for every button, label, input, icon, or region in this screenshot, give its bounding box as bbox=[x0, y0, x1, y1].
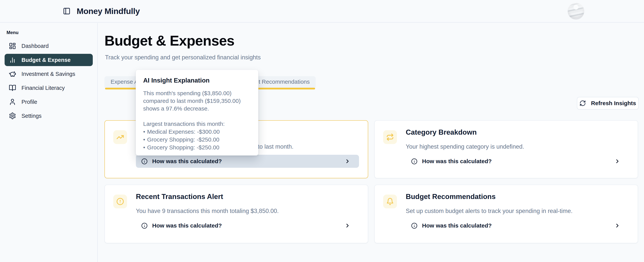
dashboard-icon bbox=[9, 42, 16, 50]
refresh-icon bbox=[580, 100, 586, 106]
trending-up-icon bbox=[113, 130, 127, 144]
how-calculated-label: How was this calculated? bbox=[422, 222, 492, 229]
bullet: • bbox=[143, 136, 145, 143]
user-avatar[interactable] bbox=[568, 3, 584, 19]
user-icon bbox=[9, 98, 16, 106]
how-calculated-button[interactable]: How was this calculated? bbox=[406, 155, 629, 168]
chevron-right-icon bbox=[344, 223, 350, 229]
sidebar-item-label: Settings bbox=[22, 113, 42, 119]
tooltip-transaction-item: •Grocery Shopping: -$250.00 bbox=[143, 136, 252, 143]
panel-left-icon bbox=[63, 7, 70, 15]
sidebar-item-dashboard[interactable]: Dashboard bbox=[4, 40, 93, 52]
sidebar-item-label: Budget & Expense bbox=[22, 57, 70, 63]
how-calculated-label: How was this calculated? bbox=[152, 158, 222, 165]
ai-insight-tooltip: AI Insight Explanation This month's spen… bbox=[136, 70, 258, 156]
book-open-icon bbox=[9, 84, 16, 92]
card-title: Category Breakdown bbox=[406, 128, 477, 136]
info-icon bbox=[141, 223, 148, 229]
sidebar-item-investment-savings[interactable]: Investment & Savings bbox=[4, 68, 93, 80]
transaction-text: Grocery Shopping: -$250.00 bbox=[147, 144, 220, 151]
sidebar-item-label: Investment & Savings bbox=[22, 71, 75, 77]
refresh-insights-button[interactable]: Refresh Insights bbox=[577, 97, 639, 110]
page-subtitle: Track your spending and get personalized… bbox=[105, 54, 261, 61]
refresh-insights-label: Refresh Insights bbox=[591, 100, 636, 106]
card-title: Budget Recommendations bbox=[406, 193, 496, 201]
tooltip-title: AI Insight Explanation bbox=[143, 77, 252, 84]
bullet: • bbox=[143, 144, 145, 151]
how-calculated-button[interactable]: How was this calculated? bbox=[406, 219, 629, 232]
main-content: Budget & Expenses Track your spending an… bbox=[98, 23, 644, 262]
sidebar-item-label: Profile bbox=[22, 99, 37, 105]
card-category-breakdown: Category Breakdown Your highest spending… bbox=[374, 120, 638, 178]
card-budget-recommendations: Budget Recommendations Set up custom bud… bbox=[374, 185, 638, 243]
menu-section-label: Menu bbox=[6, 30, 93, 35]
sidebar-item-label: Dashboard bbox=[22, 43, 49, 49]
tooltip-transaction-item: •Medical Expenses: -$300.00 bbox=[143, 128, 252, 136]
page-title: Budget & Expenses bbox=[104, 32, 234, 49]
tab-recommendations[interactable]: ct Recommendations bbox=[256, 76, 310, 87]
gear-icon bbox=[9, 112, 16, 119]
tooltip-transaction-item: •Grocery Shopping: -$250.00 bbox=[143, 143, 252, 151]
piggy-bank-icon bbox=[9, 70, 16, 78]
transaction-text: Medical Expenses: -$300.00 bbox=[147, 129, 220, 135]
card-subtitle-fragment: to last month. bbox=[258, 143, 294, 150]
card-subtitle: Your highest spending category is undefi… bbox=[406, 143, 524, 150]
tooltip-transactions-header: Largest transactions this month: bbox=[143, 120, 252, 128]
bullet: • bbox=[143, 129, 145, 135]
transaction-text: Grocery Shopping: -$250.00 bbox=[147, 136, 220, 143]
how-calculated-button[interactable]: How was this calculated? bbox=[136, 155, 359, 168]
bar-chart-icon bbox=[9, 56, 16, 64]
how-calculated-button[interactable]: How was this calculated? bbox=[136, 219, 359, 232]
alert-circle-icon bbox=[113, 195, 127, 208]
repeat-icon bbox=[383, 130, 397, 144]
info-icon bbox=[411, 158, 418, 165]
sidebar-item-settings[interactable]: Settings bbox=[4, 110, 93, 122]
sidebar-item-profile[interactable]: Profile bbox=[4, 96, 93, 108]
card-recent-transactions: Recent Transactions Alert You have 9 tra… bbox=[104, 185, 368, 243]
info-icon bbox=[141, 158, 148, 165]
chevron-right-icon bbox=[344, 158, 350, 164]
chevron-right-icon bbox=[614, 158, 620, 164]
sidebar-item-label: Financial Literacy bbox=[22, 85, 65, 91]
sidebar-toggle-button[interactable] bbox=[63, 7, 70, 15]
tooltip-paragraph: This month's spending ($3,850.00) compar… bbox=[143, 89, 254, 112]
info-icon bbox=[411, 223, 418, 229]
card-subtitle: Set up custom budget alerts to track you… bbox=[406, 208, 572, 215]
app-title: Money Mindfully bbox=[77, 6, 140, 16]
how-calculated-label: How was this calculated? bbox=[152, 222, 222, 229]
tab-expense-analysis[interactable]: Expense A bbox=[110, 76, 138, 87]
sidebar: Menu Dashboard Budget & Expense Investme… bbox=[0, 23, 98, 262]
how-calculated-label: How was this calculated? bbox=[422, 158, 492, 165]
chevron-right-icon bbox=[614, 223, 620, 229]
app-header: Money Mindfully bbox=[0, 0, 644, 22]
card-title: Recent Transactions Alert bbox=[136, 193, 223, 201]
card-subtitle: You have 9 transactions this month total… bbox=[136, 208, 279, 215]
sidebar-item-financial-literacy[interactable]: Financial Literacy bbox=[4, 82, 93, 94]
bell-icon bbox=[383, 195, 397, 208]
sidebar-item-budget-expense[interactable]: Budget & Expense bbox=[4, 54, 93, 66]
